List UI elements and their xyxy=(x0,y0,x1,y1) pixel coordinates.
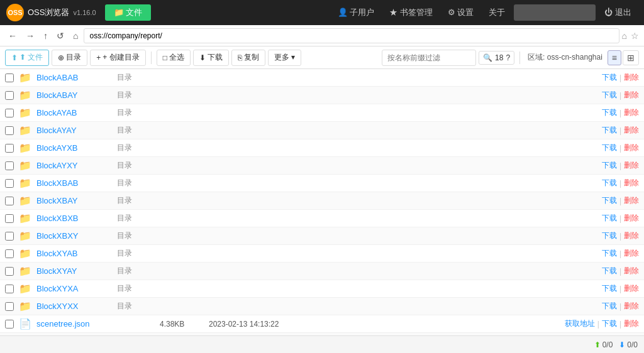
grid-view-button[interactable]: ⊞ xyxy=(623,50,639,65)
delete-action[interactable]: 删除 xyxy=(624,195,639,206)
file-checkbox[interactable] xyxy=(5,267,14,276)
delete-action[interactable]: 删除 xyxy=(624,231,639,241)
download-action[interactable]: 下载 xyxy=(602,318,617,329)
table-row: 📁 BlockAYAB 目录 下载 | 删除 xyxy=(0,104,644,122)
file-checkbox[interactable] xyxy=(5,197,14,205)
sub-user-link[interactable]: 👤 子用户 xyxy=(331,4,381,21)
file-checkbox[interactable] xyxy=(5,232,14,241)
file-name[interactable]: BlockXBXB xyxy=(36,214,112,223)
file-checkbox[interactable] xyxy=(5,214,14,223)
download-action[interactable]: 下载 xyxy=(602,195,617,206)
file-name[interactable]: BlockXYXX xyxy=(36,301,112,311)
file-checkbox[interactable] xyxy=(5,91,14,100)
nav-search-input[interactable] xyxy=(514,4,596,21)
download-action[interactable]: 下载 xyxy=(602,248,617,259)
copy-button[interactable]: ⎘ 复制 xyxy=(231,50,265,66)
bookmark-link[interactable]: ★ 书签管理 xyxy=(383,4,439,21)
download-action[interactable]: 下载 xyxy=(602,283,617,294)
file-type-label: 目录 xyxy=(117,143,155,153)
star-icon[interactable]: ☆ xyxy=(631,31,639,41)
about-link[interactable]: 关于 xyxy=(482,4,511,21)
file-checkbox[interactable] xyxy=(5,161,14,170)
select-all-button[interactable]: □ 全选 xyxy=(157,50,191,66)
file-checkbox[interactable] xyxy=(5,249,14,258)
action-sep: | xyxy=(619,249,621,258)
table-row: 📁 BlockAYXB 目录 下载 | 删除 xyxy=(0,139,644,157)
files-nav-button[interactable]: 📁 文件 xyxy=(105,4,152,21)
file-name[interactable]: BlockXBAY xyxy=(36,196,112,205)
file-name[interactable]: BlockXYXA xyxy=(36,284,112,293)
delete-action[interactable]: 删除 xyxy=(624,125,639,136)
file-name[interactable]: BlockXYAY xyxy=(36,266,112,276)
file-checkbox[interactable] xyxy=(5,285,14,293)
file-checkbox[interactable] xyxy=(5,109,14,117)
delete-action[interactable]: 删除 xyxy=(624,318,639,329)
file-name[interactable]: BlockXBAB xyxy=(36,178,112,188)
download-action[interactable]: 下载 xyxy=(602,107,617,118)
file-name[interactable]: BlockAYAY xyxy=(36,126,112,135)
add-icon: + xyxy=(96,53,101,62)
create-dir-button[interactable]: + + 创建目录 xyxy=(90,50,145,66)
file-checkbox[interactable] xyxy=(5,302,14,311)
file-checkbox[interactable] xyxy=(5,320,14,329)
upload-file-button[interactable]: ⬆ ⬆ 文件 xyxy=(5,50,49,66)
delete-action[interactable]: 删除 xyxy=(624,90,639,100)
download-action[interactable]: 下载 xyxy=(602,266,617,276)
delete-action[interactable]: 删除 xyxy=(624,72,639,83)
download-button[interactable]: ⬇ 下载 xyxy=(193,50,229,66)
delete-action[interactable]: 删除 xyxy=(624,107,639,118)
logout-button[interactable]: ⏻ 退出 xyxy=(598,4,638,21)
download-action[interactable]: 下载 xyxy=(602,125,617,136)
download-action[interactable]: 下载 xyxy=(602,231,617,241)
delete-action[interactable]: 删除 xyxy=(624,160,639,171)
file-checkbox[interactable] xyxy=(5,179,14,188)
file-name[interactable]: BlockAYXB xyxy=(36,143,112,153)
file-name[interactable]: BlockXYAB xyxy=(36,249,112,258)
delete-action[interactable]: 删除 xyxy=(624,266,639,276)
delete-action[interactable]: 删除 xyxy=(624,213,639,224)
forward-button[interactable]: → xyxy=(23,30,38,42)
home-button[interactable]: ⌂ xyxy=(70,30,81,42)
logo-version: v1.16.0 xyxy=(73,9,96,16)
delete-action[interactable]: 删除 xyxy=(624,143,639,153)
refresh-button[interactable]: ↺ xyxy=(53,30,67,42)
file-name[interactable]: scenetree.json xyxy=(36,319,112,329)
delete-action[interactable]: 删除 xyxy=(624,178,639,188)
address-input[interactable] xyxy=(84,28,619,43)
list-view-button[interactable]: ≡ xyxy=(608,50,621,65)
file-type-label: 目录 xyxy=(117,248,155,259)
settings-link[interactable]: ⚙ 设置 xyxy=(441,4,480,21)
file-date: 2023-02-13 14:13:22 xyxy=(209,320,291,329)
file-type-icon: 📁 xyxy=(19,107,31,119)
file-checkbox[interactable] xyxy=(5,73,14,82)
download-action[interactable]: 下载 xyxy=(602,213,617,224)
file-checkbox[interactable] xyxy=(5,126,14,135)
download-action[interactable]: 下载 xyxy=(602,90,617,100)
delete-action[interactable]: 删除 xyxy=(624,301,639,312)
up-button[interactable]: ↑ xyxy=(40,30,51,42)
download-action[interactable]: 下载 xyxy=(602,301,617,312)
download-action[interactable]: 下载 xyxy=(602,143,617,153)
file-actions: 下载 | 删除 xyxy=(602,266,639,276)
more-button[interactable]: 更多 ▾ xyxy=(268,50,301,66)
delete-action[interactable]: 删除 xyxy=(624,248,639,259)
file-type-label: 目录 xyxy=(117,213,155,224)
filter-input[interactable] xyxy=(382,50,476,66)
file-name[interactable]: BlockAYXY xyxy=(36,161,112,170)
file-checkbox[interactable] xyxy=(5,144,14,153)
file-name[interactable]: BlockABAY xyxy=(36,90,112,100)
geturl-action[interactable]: 获取地址 xyxy=(565,318,595,329)
file-name[interactable]: BlockAYAB xyxy=(36,108,112,117)
help-icon[interactable]: ? xyxy=(506,53,510,62)
download-action[interactable]: 下载 xyxy=(602,178,617,188)
file-name[interactable]: BlockXBXY xyxy=(36,231,112,241)
file-type-label: 目录 xyxy=(117,90,155,100)
file-name[interactable]: BlockABAB xyxy=(36,73,112,82)
back-button[interactable]: ← xyxy=(5,30,20,42)
action-sep: | xyxy=(619,91,621,100)
download-action[interactable]: 下载 xyxy=(602,72,617,83)
delete-action[interactable]: 删除 xyxy=(624,283,639,294)
home-icon[interactable]: ⌂ xyxy=(622,31,627,41)
mkdir-button[interactable]: ⊕ 目录 xyxy=(52,50,87,66)
download-action[interactable]: 下载 xyxy=(602,160,617,171)
